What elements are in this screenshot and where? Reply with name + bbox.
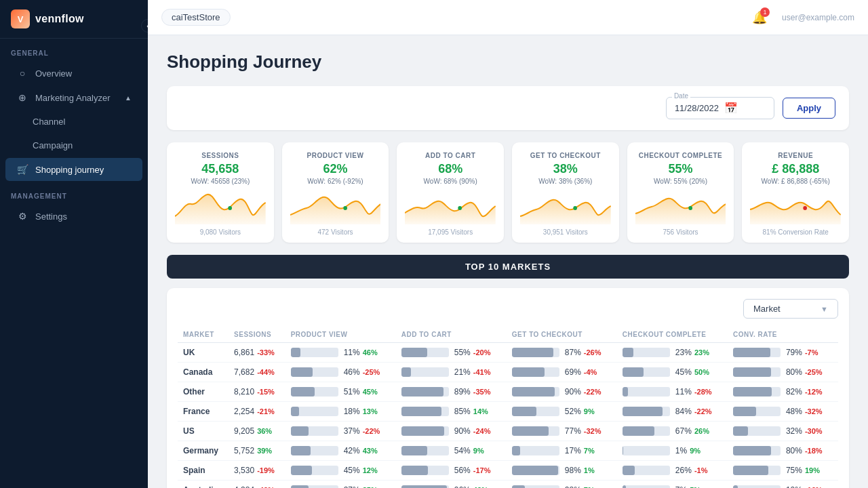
bar-chart xyxy=(401,426,449,436)
market-name: France xyxy=(178,402,229,422)
table-cell: 56% -17% xyxy=(396,461,507,481)
metric-wow: WoW: 45658 (23%) xyxy=(175,178,266,185)
market-dropdown[interactable]: Market ▼ xyxy=(743,299,838,319)
store-selector[interactable]: caiTestStore xyxy=(161,9,231,26)
table-cell: 7,682 -44% xyxy=(229,363,285,382)
date-label: Date xyxy=(672,92,690,100)
metric-card-add-to-cart: ADD TO CART 68% WoW: 68% (90%) 17,095 Vi… xyxy=(397,142,504,243)
bar-chart xyxy=(733,466,781,475)
bar-chart xyxy=(401,466,449,475)
table-cell: 48% -32% xyxy=(728,402,838,422)
table-cell: 67% 26% xyxy=(617,422,728,441)
metric-label: REVENUE xyxy=(750,152,841,159)
bar-chart xyxy=(733,367,781,377)
bar-chart xyxy=(623,466,670,475)
sidebar-item-label: Marketing Analyzer xyxy=(35,93,118,103)
svg-point-2 xyxy=(458,206,462,210)
table-cell: 37% -22% xyxy=(285,422,396,441)
metric-value: 45,658 xyxy=(175,162,266,176)
bar-chart xyxy=(401,348,449,357)
table-cell: 77% -32% xyxy=(507,422,617,441)
bar-chart xyxy=(512,367,559,377)
table-cell: 11% -28% xyxy=(617,382,728,402)
table-header: MARKETSESSIONSPRODUCT VIEWADD TO CARTGET… xyxy=(178,327,838,343)
bar-chart xyxy=(291,387,338,396)
table-cell: 1% 9% xyxy=(617,441,728,461)
table-cell: 46% -25% xyxy=(285,363,396,382)
bar-chart xyxy=(291,466,338,475)
table-cell: 80% -18% xyxy=(728,441,838,461)
table-cell: 17% 7% xyxy=(507,441,617,461)
sidebar-collapse-button[interactable]: ‹ xyxy=(141,19,148,33)
table-cell: 90% -24% xyxy=(396,422,507,441)
table-cell: 52% 9% xyxy=(507,402,617,422)
date-input-wrapper[interactable]: Date 11/28/2022 📅 xyxy=(666,97,774,119)
bar-chart xyxy=(623,426,670,436)
bar-chart xyxy=(512,466,559,475)
svg-point-4 xyxy=(688,206,692,210)
table-cell: 42% 43% xyxy=(285,441,396,461)
table-row: Australia 4,384 -49% 37% 35% 96% 49% xyxy=(178,481,838,489)
sidebar-item-settings[interactable]: ⚙ Settings xyxy=(5,205,142,228)
table-row: France 2,254 -21% 18% 13% 85% 14% xyxy=(178,402,838,422)
chevron-up-icon: ▲ xyxy=(125,94,132,102)
svg-point-5 xyxy=(804,206,808,210)
bar-chart xyxy=(512,446,559,455)
apply-button[interactable]: Apply xyxy=(783,98,835,119)
bar-chart xyxy=(291,485,338,488)
sidebar-item-label: Campaign xyxy=(33,140,73,150)
table-cell: 2,254 -21% xyxy=(229,402,285,422)
logo-area: V vennflow ‹ xyxy=(0,0,148,39)
sidebar-item-label: Shopping journey xyxy=(35,165,104,175)
sidebar-item-marketing-analyzer[interactable]: ⊕ Marketing Analyzer ▲ xyxy=(5,86,142,109)
table-row: UK 6,861 -33% 11% 46% 55% -20% 87 xyxy=(178,343,838,363)
table-column-header: CONV. RATE xyxy=(728,327,838,343)
table-cell: 45% 50% xyxy=(617,363,728,382)
marketing-analyzer-icon: ⊕ xyxy=(16,92,28,103)
metric-card-product-view: PRODUCT VIEW 62% WoW: 62% (-92%) 472 Vis… xyxy=(282,142,389,243)
sidebar-item-shopping-journey[interactable]: 🛒 Shopping journey xyxy=(5,158,142,181)
table-cell: 84% -22% xyxy=(617,402,728,422)
topbar: caiTestStore 🔔 1 user@example.com xyxy=(148,0,868,35)
table-cell: 87% -26% xyxy=(507,343,617,363)
metric-label: PRODUCT VIEW xyxy=(290,152,381,159)
notification-bell[interactable]: 🔔 1 xyxy=(752,10,767,25)
table-cell: 55% -20% xyxy=(396,343,507,363)
metric-value: £ 86,888 xyxy=(750,162,841,176)
bar-chart xyxy=(291,446,338,455)
metric-value: 68% xyxy=(405,162,496,176)
table-body: UK 6,861 -33% 11% 46% 55% -20% 87 xyxy=(178,343,838,489)
bar-chart xyxy=(623,348,670,357)
sidebar: V vennflow ‹ GENERAL ○ Overview ⊕ Market… xyxy=(0,0,148,488)
metric-visitors: 756 Visitors xyxy=(635,228,726,236)
management-section-label: MANAGEMENT xyxy=(0,182,148,204)
table-cell: 98% 1% xyxy=(507,461,617,481)
table-cell: 18% 13% xyxy=(285,402,396,422)
bar-chart xyxy=(733,446,781,455)
sidebar-item-channel[interactable]: Channel xyxy=(5,110,142,133)
sparkline-chart xyxy=(635,189,726,224)
table-cell: 51% 45% xyxy=(285,382,396,402)
table-cell: 96% 49% xyxy=(396,481,507,489)
metric-wow: WoW: 62% (-92%) xyxy=(290,178,381,185)
table-cell: 6,861 -33% xyxy=(229,343,285,363)
table-cell: 89% -35% xyxy=(396,382,507,402)
table-cell: 85% 14% xyxy=(396,402,507,422)
bar-chart xyxy=(291,367,338,377)
metric-visitors: 9,080 Visitors xyxy=(175,228,266,236)
calendar-icon[interactable]: 📅 xyxy=(724,102,738,115)
sidebar-item-overview[interactable]: ○ Overview xyxy=(5,62,142,85)
table-cell: 26% -1% xyxy=(617,461,728,481)
table-column-header: GET TO CHECKOUT xyxy=(507,327,617,343)
table-cell: 9,205 36% xyxy=(229,422,285,441)
table-cell: 28% 7% xyxy=(507,481,617,489)
sidebar-item-campaign[interactable]: Campaign xyxy=(5,134,142,157)
bar-chart xyxy=(291,426,338,436)
table-toolbar: Market ▼ xyxy=(178,299,838,319)
table-cell: 80% -25% xyxy=(728,363,838,382)
table-row: Germany 5,752 39% 42% 43% 54% 9% xyxy=(178,441,838,461)
metric-visitors: 81% Conversion Rate xyxy=(750,228,841,236)
sidebar-item-label: Channel xyxy=(33,117,65,127)
metric-visitors: 17,095 Visitors xyxy=(405,228,496,236)
table-cell: 75% 19% xyxy=(728,461,838,481)
